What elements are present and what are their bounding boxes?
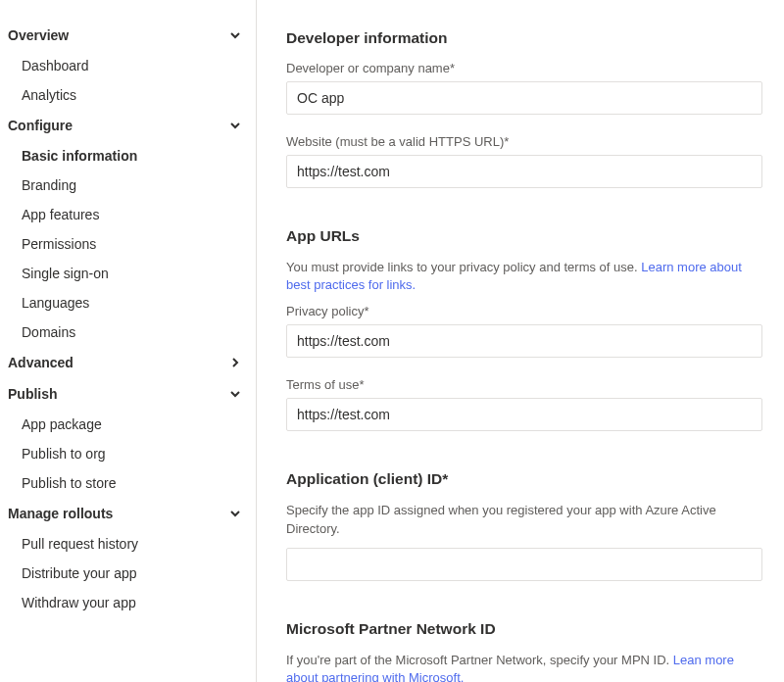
application-id-input[interactable] — [286, 548, 762, 581]
mpn-id-title: Microsoft Partner Network ID — [286, 620, 762, 638]
chevron-right-icon — [228, 356, 242, 369]
main-content: Developer information Developer or compa… — [257, 0, 784, 682]
developer-name-label: Developer or company name* — [286, 61, 762, 75]
developer-info-section: Developer information Developer or compa… — [286, 29, 762, 188]
developer-name-input[interactable] — [286, 81, 762, 115]
chevron-down-icon — [228, 119, 242, 132]
mpn-id-helper-text: If you're part of the Microsoft Partner … — [286, 653, 673, 667]
application-id-title: Application (client) ID* — [286, 470, 762, 488]
app-urls-title: App URLs — [286, 227, 762, 245]
nav-item-pub-org[interactable]: Publish to org — [0, 439, 256, 468]
mpn-id-helper: If you're part of the Microsoft Partner … — [286, 652, 762, 682]
nav-item-languages[interactable]: Languages — [0, 288, 256, 317]
nav-item-analytics[interactable]: Analytics — [0, 80, 256, 110]
sidebar: OverviewDashboardAnalyticsConfigureBasic… — [0, 0, 257, 682]
website-input[interactable] — [286, 155, 762, 188]
terms-of-use-input[interactable] — [286, 398, 762, 431]
chevron-down-icon — [228, 387, 242, 401]
nav-item-pr-history[interactable]: Pull request history — [0, 529, 256, 559]
application-id-section: Application (client) ID* Specify the app… — [286, 470, 762, 580]
nav-group-rollouts[interactable]: Manage rollouts — [0, 498, 256, 529]
mpn-id-section: Microsoft Partner Network ID If you're p… — [286, 620, 762, 682]
nav-group-overview[interactable]: Overview — [0, 20, 256, 51]
nav-group-publish[interactable]: Publish — [0, 378, 256, 410]
nav-group-configure[interactable]: Configure — [0, 110, 256, 141]
nav-item-sso[interactable]: Single sign-on — [0, 259, 256, 288]
privacy-policy-label: Privacy policy* — [286, 304, 762, 318]
nav-group-label: Publish — [8, 386, 58, 402]
nav-group-label: Manage rollouts — [8, 506, 113, 521]
nav-group-advanced[interactable]: Advanced — [0, 347, 256, 378]
nav-item-branding[interactable]: Branding — [0, 170, 256, 200]
nav-group-label: Configure — [8, 118, 73, 133]
nav-group-label: Advanced — [8, 355, 74, 370]
app-urls-helper-text: You must provide links to your privacy p… — [286, 260, 641, 274]
app-urls-section: App URLs You must provide links to your … — [286, 227, 762, 431]
nav-item-features[interactable]: App features — [0, 200, 256, 229]
nav-item-dashboard[interactable]: Dashboard — [0, 51, 256, 80]
application-id-helper: Specify the app ID assigned when you reg… — [286, 502, 762, 537]
chevron-down-icon — [228, 28, 242, 42]
website-label: Website (must be a valid HTTPS URL)* — [286, 134, 762, 149]
nav-group-label: Overview — [8, 27, 69, 43]
nav-item-pub-store[interactable]: Publish to store — [0, 468, 256, 498]
chevron-down-icon — [228, 507, 242, 520]
nav-item-pkg[interactable]: App package — [0, 410, 256, 439]
nav-item-dist[interactable]: Distribute your app — [0, 559, 256, 588]
developer-info-title: Developer information — [286, 29, 762, 47]
nav-item-withdraw[interactable]: Withdraw your app — [0, 588, 256, 617]
nav-item-basic[interactable]: Basic information — [0, 141, 256, 170]
nav-item-domains[interactable]: Domains — [0, 317, 256, 347]
terms-of-use-label: Terms of use* — [286, 377, 762, 392]
privacy-policy-input[interactable] — [286, 324, 762, 358]
app-urls-helper: You must provide links to your privacy p… — [286, 259, 762, 294]
nav-item-permissions[interactable]: Permissions — [0, 229, 256, 259]
